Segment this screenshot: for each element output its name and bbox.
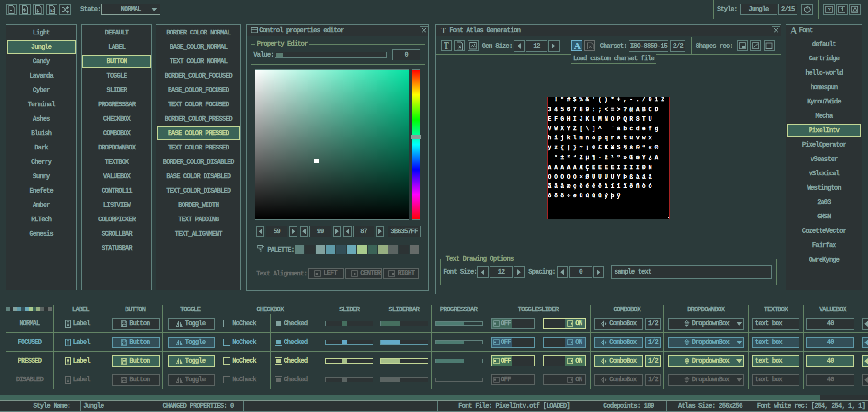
svg-text:A: A bbox=[574, 41, 581, 50]
svg-text:T: T bbox=[441, 26, 446, 34]
svg-text:i: i bbox=[841, 7, 844, 12]
svg-text:E: E bbox=[50, 8, 53, 13]
svg-text:?: ? bbox=[828, 7, 831, 12]
svg-text:A: A bbox=[790, 26, 797, 35]
svg-text:T: T bbox=[444, 41, 449, 50]
